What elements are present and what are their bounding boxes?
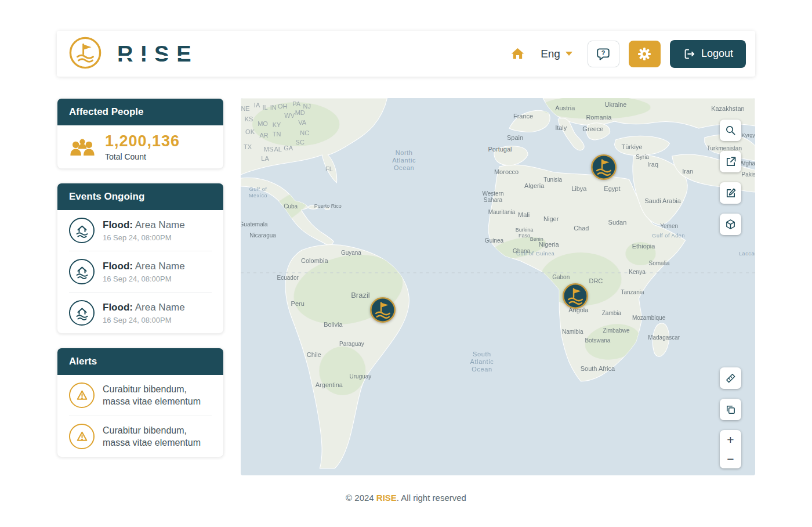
map-tools-bottom: + − — [720, 367, 741, 468]
rise-logo-icon — [68, 36, 102, 72]
zoom-out-button[interactable]: − — [720, 449, 741, 468]
support-chat-icon: ? — [596, 46, 611, 62]
edit-icon — [725, 187, 736, 198]
language-selector[interactable]: Eng — [541, 48, 572, 60]
header-actions: Eng ? — [510, 40, 746, 68]
copyright-text: © 2024 — [346, 493, 376, 503]
marker-central-africa[interactable] — [562, 283, 589, 309]
world-map — [241, 98, 755, 475]
event-title: Flood: Area Name — [103, 302, 185, 313]
footer: © 2024 RISE. All right reserved — [57, 493, 755, 503]
logout-button[interactable]: Logout — [670, 40, 746, 68]
event-date: 16 Sep 24, 08:00PM — [103, 316, 185, 324]
map-search-button[interactable] — [720, 120, 741, 141]
marker-south-america[interactable] — [369, 297, 396, 323]
home-icon[interactable] — [510, 46, 525, 62]
affected-caption: Total Count — [105, 152, 180, 161]
alerts-list: Curabitur bibendum, massa vitae elementu… — [57, 375, 223, 457]
sidebar: Affected People 1,200,136 — [57, 98, 224, 475]
brand: RISE — [68, 36, 199, 72]
marker-north-africa[interactable] — [590, 154, 617, 181]
support-chat-button[interactable]: ? — [588, 41, 619, 67]
flood-icon — [69, 259, 95, 284]
map-measure-button[interactable] — [720, 367, 741, 389]
events-list: Flood: Area Name 16 Sep 24, 08:00PM Floo… — [57, 210, 223, 333]
map-share-button[interactable] — [720, 151, 741, 172]
event-item[interactable]: Flood: Area Name 16 Sep 24, 08:00PM — [69, 251, 212, 292]
language-label: Eng — [541, 48, 560, 60]
flood-icon — [69, 300, 95, 326]
affected-count: 1,200,136 — [105, 132, 180, 150]
map-canvas[interactable]: UkraineAustriaRomaniaKazakhstanFranceIta… — [241, 98, 755, 475]
event-date: 16 Sep 24, 08:00PM — [103, 275, 185, 283]
rights-text: . All right reserved — [397, 493, 466, 503]
event-date: 16 Sep 24, 08:00PM — [103, 233, 185, 242]
alert-text: Curabitur bibendum, massa vitae elementu… — [103, 383, 212, 407]
chevron-down-icon — [566, 52, 572, 56]
events-panel: Events Ongoing Flood: Area Name 16 Sep 2… — [57, 183, 224, 334]
settings-button[interactable] — [629, 41, 661, 67]
alert-item[interactable]: Curabitur bibendum, massa vitae elementu… — [69, 375, 212, 416]
copy-icon — [725, 404, 736, 415]
logout-icon — [683, 48, 695, 60]
page: RISE Eng ? — [57, 0, 755, 503]
brand-wordmark: RISE — [117, 43, 199, 65]
people-icon — [69, 138, 96, 157]
alerts-title: Alerts — [57, 348, 223, 375]
cube-icon — [725, 219, 736, 230]
flood-icon — [69, 218, 95, 243]
svg-text:?: ? — [601, 49, 606, 56]
events-title: Events Ongoing — [57, 183, 223, 210]
logout-label: Logout — [701, 48, 733, 60]
header: RISE Eng ? — [57, 31, 755, 77]
zoom-in-button[interactable]: + — [720, 430, 741, 449]
event-title: Flood: Area Name — [103, 261, 185, 272]
warning-icon — [69, 382, 95, 408]
ruler-icon — [725, 373, 736, 384]
event-item[interactable]: Flood: Area Name 16 Sep 24, 08:00PM — [69, 210, 212, 251]
zoom-controls: + − — [720, 430, 741, 468]
affected-people-panel: Affected People 1,200,136 — [57, 98, 224, 169]
external-link-icon — [725, 156, 736, 167]
alert-text: Curabitur bibendum, massa vitae elementu… — [103, 424, 212, 449]
map-copy-button[interactable] — [720, 399, 741, 420]
affected-people-title: Affected People — [57, 99, 223, 125]
map-edit-button[interactable] — [720, 182, 741, 204]
alert-item[interactable]: Curabitur bibendum, massa vitae elementu… — [69, 416, 212, 457]
alerts-panel: Alerts Curabitur bibendum, massa vitae e… — [57, 348, 224, 457]
event-item[interactable]: Flood: Area Name 16 Sep 24, 08:00PM — [69, 292, 212, 333]
map-layers-button[interactable] — [720, 214, 741, 235]
footer-brand: RISE — [376, 493, 397, 503]
event-title: Flood: Area Name — [103, 219, 185, 231]
gear-icon — [637, 47, 651, 61]
search-icon — [725, 125, 736, 136]
warning-icon — [69, 424, 95, 449]
map-tools-top — [720, 120, 741, 235]
